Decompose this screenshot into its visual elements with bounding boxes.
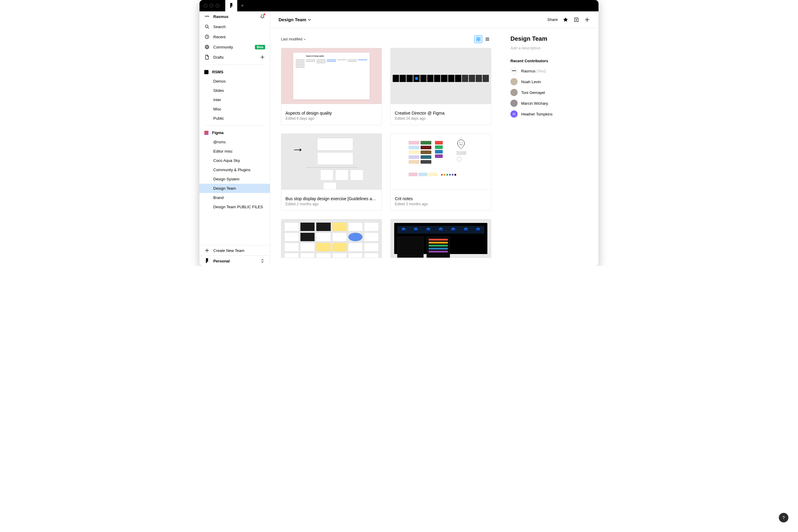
contributor-name: Marcin Wichary bbox=[521, 101, 548, 106]
contributor-name: Heather Tompkins bbox=[521, 112, 553, 116]
file-title: Bus stop display design exercise [Guidel… bbox=[286, 196, 377, 201]
sort-label: Last modified bbox=[281, 37, 302, 41]
window-titlebar: + bbox=[200, 0, 598, 12]
create-team-button[interactable]: Create New Team bbox=[200, 245, 270, 255]
svg-rect-15 bbox=[479, 39, 480, 41]
create-team-label: Create New Team bbox=[213, 248, 244, 253]
file-title: Crit notes bbox=[395, 196, 487, 201]
plus-icon bbox=[204, 248, 210, 253]
sidebar-project-rsms-2[interactable]: Inter bbox=[200, 95, 270, 104]
file-thumbnail bbox=[281, 219, 382, 258]
sidebar-project-rsms-3[interactable]: Misc bbox=[200, 104, 270, 114]
sidebar-project-figma-2[interactable]: Coco Aqua Sky bbox=[200, 156, 270, 165]
zoom-window-icon[interactable] bbox=[216, 4, 219, 7]
share-button[interactable]: Share bbox=[547, 17, 558, 22]
sidebar-project-figma-0[interactable]: @rsms bbox=[200, 137, 270, 147]
file-card[interactable] bbox=[390, 219, 491, 258]
plan-switcher[interactable]: Personal bbox=[200, 255, 270, 266]
svg-point-19 bbox=[459, 142, 460, 143]
new-tab-button[interactable]: + bbox=[237, 0, 248, 12]
file-meta: Edited 3 months ago bbox=[395, 202, 487, 206]
file-thumbnail: This documenthas comments bbox=[390, 133, 491, 190]
favorite-icon[interactable] bbox=[563, 17, 568, 23]
file-meta: Edited 8 days ago bbox=[286, 116, 377, 120]
avatar bbox=[510, 89, 518, 96]
clock-icon bbox=[204, 34, 210, 39]
file-icon bbox=[204, 55, 210, 60]
sidebar-search[interactable]: Search bbox=[200, 21, 270, 32]
sidebar-team-figma[interactable]: Figma bbox=[200, 128, 270, 137]
sidebar-community-label: Community bbox=[213, 45, 233, 50]
sidebar-project-figma-6[interactable]: Brand bbox=[200, 193, 270, 202]
sidebar: Rasmus Search R bbox=[200, 12, 270, 266]
sidebar-project-figma-5[interactable]: Design Team bbox=[200, 184, 270, 193]
globe-icon bbox=[204, 44, 210, 50]
avatar: H bbox=[510, 110, 518, 118]
new-file-icon[interactable] bbox=[584, 17, 590, 23]
sidebar-recent-label: Recent bbox=[213, 35, 225, 39]
avatar bbox=[510, 100, 518, 107]
sidebar-project-rsms-1[interactable]: Slides bbox=[200, 86, 270, 95]
contributors-heading: Recent Contributors bbox=[510, 59, 590, 63]
add-description-input[interactable]: Add a description bbox=[510, 46, 590, 50]
team-icon bbox=[204, 131, 208, 135]
chevron-down-icon bbox=[308, 19, 311, 21]
tab-home[interactable] bbox=[225, 0, 237, 12]
sidebar-project-rsms-0[interactable]: Demos bbox=[200, 77, 270, 86]
sort-dropdown[interactable]: Last modified bbox=[281, 37, 306, 41]
contributor-row[interactable]: Rasmus (You) bbox=[510, 67, 590, 75]
close-window-icon[interactable] bbox=[204, 4, 207, 7]
sidebar-community[interactable]: Community Beta bbox=[200, 42, 270, 52]
contributor-name: Toni Gemayel bbox=[521, 90, 545, 95]
new-draft-icon[interactable] bbox=[260, 55, 265, 60]
sidebar-drafts[interactable]: Drafts bbox=[200, 52, 270, 62]
file-thumbnail bbox=[390, 219, 491, 258]
file-title: Creative Director @ Figma bbox=[395, 111, 487, 115]
svg-rect-13 bbox=[479, 37, 480, 39]
file-card[interactable]: Creative Director @ Figma Edited 24 days… bbox=[390, 48, 491, 125]
file-meta: Edited 24 days ago bbox=[395, 116, 487, 120]
sidebar-project-figma-7[interactable]: Design Team PUBLIC FILES bbox=[200, 202, 270, 211]
file-title: Aspects of design quality bbox=[286, 111, 377, 115]
team-label: RSMS bbox=[212, 70, 223, 74]
file-card[interactable] bbox=[281, 219, 382, 258]
file-thumbnail: → bbox=[281, 133, 382, 190]
minimize-window-icon[interactable] bbox=[210, 4, 213, 7]
page-title: Design Team bbox=[278, 17, 306, 22]
import-icon[interactable] bbox=[573, 17, 579, 23]
sidebar-project-rsms-4[interactable]: Public bbox=[200, 114, 270, 123]
contributor-name: Noah Levin bbox=[521, 80, 541, 84]
chevron-down-icon bbox=[304, 39, 306, 40]
file-card[interactable]: This documenthas comments bbox=[390, 133, 491, 211]
window-controls bbox=[204, 4, 219, 7]
you-label: (You) bbox=[537, 69, 546, 73]
sidebar-team-rsms[interactable]: RSMS bbox=[200, 67, 270, 77]
team-icon bbox=[204, 70, 208, 74]
contributor-row[interactable]: Marcin Wichary bbox=[510, 100, 590, 107]
avatar bbox=[510, 67, 518, 75]
contributor-name: Rasmus bbox=[521, 69, 536, 73]
file-card[interactable]: → Bus stop display design exercise [Guid… bbox=[281, 133, 382, 211]
sidebar-project-figma-4[interactable]: Design System bbox=[200, 174, 270, 184]
contributor-row[interactable]: Noah Levin bbox=[510, 78, 590, 85]
contributor-row[interactable]: H Heather Tompkins bbox=[510, 110, 590, 118]
avatar bbox=[510, 78, 518, 85]
sidebar-project-figma-1[interactable]: Editor misc bbox=[200, 147, 270, 156]
project-title-dropdown[interactable]: Design Team bbox=[278, 17, 311, 22]
project-info-panel: Design Team Add a description Recent Con… bbox=[502, 28, 598, 266]
svg-point-0 bbox=[205, 25, 208, 28]
sidebar-recent[interactable]: Recent bbox=[200, 32, 270, 42]
notifications-icon[interactable] bbox=[260, 14, 265, 19]
file-card[interactable]: Aspects of design quality bbox=[281, 48, 382, 125]
team-label: Figma bbox=[212, 131, 223, 135]
sidebar-user-label: Rasmus bbox=[213, 14, 229, 19]
plan-label: Personal bbox=[213, 259, 230, 263]
panel-title: Design Team bbox=[510, 35, 590, 42]
sidebar-project-figma-3[interactable]: Community & Plugins bbox=[200, 165, 270, 174]
sidebar-user[interactable]: Rasmus bbox=[200, 12, 270, 21]
grid-view-button[interactable] bbox=[474, 35, 482, 43]
sidebar-search-label: Search bbox=[213, 24, 225, 29]
list-view-button[interactable] bbox=[484, 35, 491, 43]
tab-strip: + bbox=[225, 0, 248, 12]
contributor-row[interactable]: Toni Gemayel bbox=[510, 89, 590, 96]
